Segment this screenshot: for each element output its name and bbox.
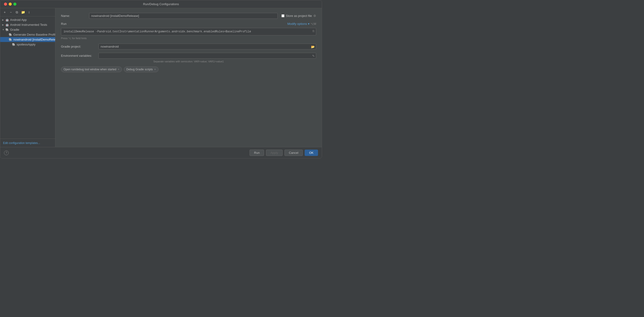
tag-open-run-debug: Open run/debug tool window when started … bbox=[61, 66, 122, 72]
arrow-icon: ▶ bbox=[2, 18, 6, 21]
spotless-label: spotlessApply bbox=[17, 43, 36, 46]
close-button[interactable] bbox=[4, 2, 7, 6]
gradle-project-input[interactable] bbox=[98, 44, 316, 50]
bottom-bar: ? Run Apply Cancel OK bbox=[0, 147, 322, 158]
title-bar: Run/Debug Configurations bbox=[0, 0, 322, 8]
copy-icon[interactable]: ⎘ bbox=[312, 30, 314, 33]
android-instrumented-label: Android Instrumented Tests bbox=[10, 23, 47, 26]
nowinandroid-label: nowinandroid [installDemoRelease] bbox=[13, 38, 55, 41]
gradle-icon: 🐘 bbox=[6, 28, 9, 32]
traffic-lights bbox=[4, 2, 16, 6]
sidebar-item-spotless[interactable]: 🐘 spotlessApply bbox=[0, 42, 55, 47]
android-instrumented-icon: 🤖 bbox=[6, 23, 9, 26]
sidebar: + − ⧉ 📁 ↕ ▶ 🤖 Android App ▶ 🤖 Android I bbox=[0, 8, 55, 147]
run-button[interactable]: Run bbox=[250, 150, 264, 156]
field-hint: Press ⌥ for field hints bbox=[61, 37, 316, 40]
tag-debug-gradle-close[interactable]: × bbox=[154, 68, 156, 71]
edit-templates-link[interactable]: Edit configuration templates... bbox=[3, 142, 40, 145]
sidebar-item-generate-demo[interactable]: 🐘 Generate Demo Baseline Profile bbox=[0, 32, 55, 37]
ok-button[interactable]: OK bbox=[305, 150, 318, 156]
store-project-file-label: Store as project file bbox=[286, 14, 312, 18]
bottom-right: Run Apply Cancel OK bbox=[250, 150, 318, 156]
arrow-icon: ▶ bbox=[2, 24, 6, 26]
modify-options-label: Modify options bbox=[287, 22, 307, 26]
generate-demo-label: Generate Demo Baseline Profile bbox=[13, 33, 55, 36]
run-command-text: installDemoRelease -Pandroid.testInstrum… bbox=[64, 30, 251, 33]
chevron-down-icon: ▾ bbox=[308, 22, 310, 26]
modify-options-button[interactable]: Modify options ▾ ⌥M bbox=[287, 22, 316, 26]
tag-open-run-debug-close[interactable]: × bbox=[118, 68, 119, 71]
bottom-left: ? bbox=[4, 150, 9, 155]
add-config-button[interactable]: + bbox=[2, 10, 7, 15]
nowinandroid-icon: 🐘 bbox=[9, 38, 12, 41]
sidebar-item-android-instrumented[interactable]: ▶ 🤖 Android Instrumented Tests bbox=[0, 22, 55, 27]
tree-group-gradle: ▼ 🐘 Gradle 🐘 Generate Demo Baseline Prof… bbox=[0, 27, 55, 47]
store-project-file-row: Store as project file ⚙ bbox=[282, 14, 316, 18]
tag-debug-gradle-label: Debug Gradle scripts bbox=[126, 68, 153, 71]
run-section-title: Run bbox=[61, 22, 66, 26]
content-area: Name: Store as project file ⚙ Run Modify… bbox=[55, 8, 322, 147]
name-label: Name: bbox=[61, 14, 89, 18]
gradle-input-wrapper: 📂 bbox=[98, 44, 316, 50]
gear-icon[interactable]: ⚙ bbox=[313, 14, 316, 18]
env-vars-row: Environment variables: ✎ bbox=[61, 53, 316, 58]
env-edit-icon[interactable]: ✎ bbox=[312, 54, 315, 58]
sidebar-toolbar: + − ⧉ 📁 ↕ bbox=[0, 8, 55, 16]
tree-group-android-app: ▶ 🤖 Android App bbox=[0, 17, 55, 22]
env-vars-input[interactable] bbox=[98, 53, 316, 58]
env-vars-label: Environment variables: bbox=[61, 54, 98, 58]
tag-debug-gradle: Debug Gradle scripts × bbox=[124, 66, 158, 72]
sidebar-footer: Edit configuration templates... bbox=[0, 138, 55, 147]
name-input[interactable] bbox=[89, 13, 278, 19]
gradle-label: Gradle bbox=[10, 28, 19, 32]
name-row: Name: Store as project file ⚙ bbox=[61, 13, 316, 19]
help-button[interactable]: ? bbox=[4, 150, 9, 155]
browse-icon[interactable]: 📂 bbox=[311, 45, 315, 48]
main-layout: + − ⧉ 📁 ↕ ▶ 🤖 Android App ▶ 🤖 Android I bbox=[0, 8, 322, 147]
spotless-icon: 🐘 bbox=[12, 43, 16, 46]
copy-config-button[interactable]: ⧉ bbox=[14, 10, 20, 15]
env-input-wrapper: ✎ bbox=[98, 53, 316, 58]
name-input-wrapper: Store as project file ⚙ bbox=[89, 13, 316, 19]
arrow-icon: ▼ bbox=[2, 28, 6, 31]
run-command-box: installDemoRelease -Pandroid.testInstrum… bbox=[61, 28, 316, 36]
run-section-header: Run Modify options ▾ ⌥M bbox=[61, 22, 316, 26]
cancel-button[interactable]: Cancel bbox=[284, 150, 303, 156]
store-project-file-checkbox[interactable] bbox=[282, 14, 284, 17]
android-app-label: Android App bbox=[10, 18, 27, 22]
modify-options-shortcut: ⌥M bbox=[310, 22, 316, 26]
remove-config-button[interactable]: − bbox=[8, 10, 13, 15]
sort-config-button[interactable]: ↕ bbox=[26, 10, 32, 15]
tree-group-android-instrumented: ▶ 🤖 Android Instrumented Tests bbox=[0, 22, 55, 27]
gradle-project-row: Gradle project: 📂 bbox=[61, 44, 316, 50]
sidebar-item-gradle[interactable]: ▼ 🐘 Gradle bbox=[0, 27, 55, 32]
generate-demo-icon: 🐘 bbox=[9, 33, 12, 36]
separator-hint: Separate variables with semicolon: VAR=v… bbox=[61, 60, 316, 63]
apply-button[interactable]: Apply bbox=[266, 150, 282, 156]
tags-row: Open run/debug tool window when started … bbox=[61, 66, 316, 72]
sidebar-item-nowinandroid[interactable]: 🐘 nowinandroid [installDemoRelease] bbox=[0, 37, 55, 42]
minimize-button[interactable] bbox=[9, 2, 12, 6]
gradle-project-label: Gradle project: bbox=[61, 45, 98, 48]
maximize-button[interactable] bbox=[13, 2, 16, 6]
window-title: Run/Debug Configurations bbox=[143, 2, 179, 6]
sidebar-item-android-app[interactable]: ▶ 🤖 Android App bbox=[0, 17, 55, 22]
folder-config-button[interactable]: 📁 bbox=[20, 10, 26, 15]
android-app-icon: 🤖 bbox=[6, 18, 9, 22]
tag-open-run-debug-label: Open run/debug tool window when started bbox=[64, 68, 116, 71]
sidebar-tree: ▶ 🤖 Android App ▶ 🤖 Android Instrumented… bbox=[0, 16, 55, 138]
